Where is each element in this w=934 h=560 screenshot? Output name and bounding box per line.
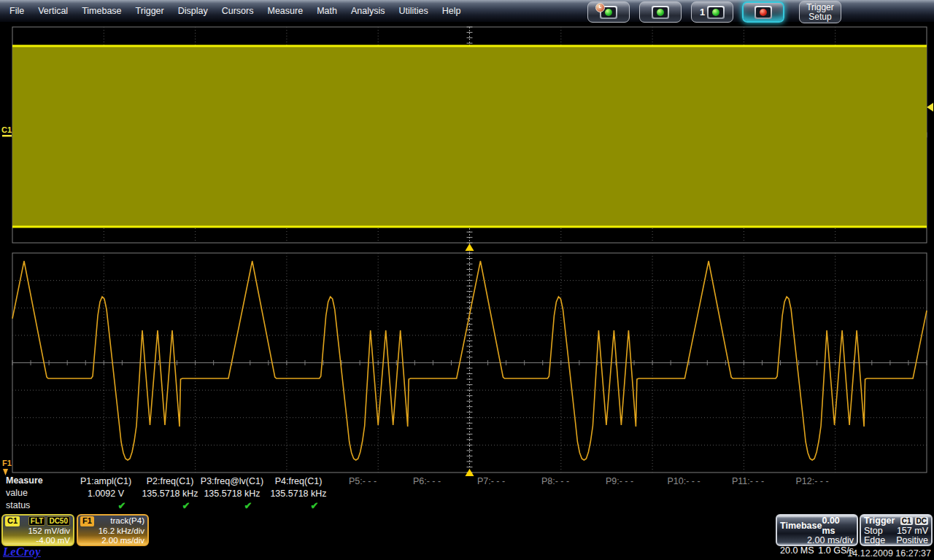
trigger-slope: Positive <box>896 536 928 546</box>
trigger-level: 157 mV <box>897 526 928 537</box>
c1-coupling-badge: DC50 <box>47 516 70 526</box>
timebase-samples: 20.0 MS <box>780 546 814 556</box>
f1-source: track(P4) <box>110 516 144 526</box>
single-trigger-button[interactable]: 1 <box>691 1 733 23</box>
green-lamp-icon <box>712 9 719 16</box>
clock-icon <box>595 3 605 12</box>
f1-badge: F1 <box>80 516 94 526</box>
waveform-display <box>0 0 934 560</box>
menu-item-math[interactable]: Math <box>317 6 337 16</box>
c1-offset: -4.00 mV <box>5 536 70 546</box>
trigger-title: Trigger <box>864 516 895 526</box>
trigger-setup-button[interactable]: Trigger Setup <box>799 1 841 23</box>
auto-trigger-button[interactable] <box>587 1 630 23</box>
f1-vscale: 16.2 kHz/div <box>80 526 144 537</box>
timebase-title: Timebase <box>780 521 822 532</box>
trigger-source-badge: C1 <box>900 517 913 525</box>
trigger-setup-label-2: Setup <box>808 12 831 22</box>
f1-trace-label: F1 <box>2 459 12 467</box>
menu-items: FileVerticalTimebaseTriggerDisplayCursor… <box>0 6 460 16</box>
timebase-box[interactable]: Timebase 0.00 ms 2.00 ms/div 20.0 MS 1.0… <box>776 514 858 546</box>
menu-item-display[interactable]: Display <box>178 6 208 16</box>
c1-trace-label: C1 <box>1 125 12 134</box>
trigger-box[interactable]: Trigger C1 DC Stop 157 mV Edge Positive <box>860 514 933 546</box>
menu-item-utilities[interactable]: Utilities <box>398 6 428 16</box>
menu-item-timebase[interactable]: Timebase <box>82 6 121 16</box>
c1-descriptor-box[interactable]: C1 FLT DC50 152 mV/div -4.00 mV <box>1 514 74 546</box>
f1-descriptor-box[interactable]: F1 track(P4) 16.2 kHz/div 2.00 ms/div <box>77 514 149 546</box>
f1-hscale: 2.00 ms/div <box>80 536 144 546</box>
menu-item-trigger[interactable]: Trigger <box>136 6 164 16</box>
monitor-icon <box>754 6 772 19</box>
lecroy-logo: LeCroy <box>3 545 41 559</box>
menu-item-help[interactable]: Help <box>442 6 461 16</box>
menu-item-vertical[interactable]: Vertical <box>38 6 68 16</box>
oscilloscope-screen: FileVerticalTimebaseTriggerDisplayCursor… <box>0 0 934 560</box>
menu-item-cursors[interactable]: Cursors <box>222 6 254 16</box>
trigger-mode: Stop <box>864 526 883 537</box>
timebase-scale: 2.00 ms/div <box>780 536 854 546</box>
c1-filter-badge: FLT <box>28 516 46 526</box>
stop-trigger-button[interactable] <box>742 1 784 23</box>
normal-trigger-button[interactable] <box>639 1 682 23</box>
monitor-icon <box>652 6 669 19</box>
datetime-label: 14.12.2009 16:27:37 <box>847 548 931 559</box>
trigger-type: Edge <box>864 536 885 546</box>
green-lamp-icon <box>657 9 664 16</box>
trigger-setup-label-1: Trigger <box>806 3 834 12</box>
trigger-coupling-badge: DC <box>915 517 928 525</box>
single-count-label: 1 <box>700 7 705 18</box>
green-lamp-icon <box>605 9 612 16</box>
c1-scale: 152 mV/div <box>5 526 70 537</box>
menu-item-measure[interactable]: Measure <box>267 6 303 16</box>
menu-item-file[interactable]: File <box>9 6 24 16</box>
monitor-icon <box>600 6 617 19</box>
timebase-position: 0.00 ms <box>822 516 854 536</box>
menu-bar: FileVerticalTimebaseTriggerDisplayCursor… <box>0 0 934 22</box>
red-lamp-icon <box>760 9 767 16</box>
c1-badge: C1 <box>5 516 20 526</box>
monitor-icon <box>707 6 725 19</box>
menu-item-analysis[interactable]: Analysis <box>351 6 385 16</box>
